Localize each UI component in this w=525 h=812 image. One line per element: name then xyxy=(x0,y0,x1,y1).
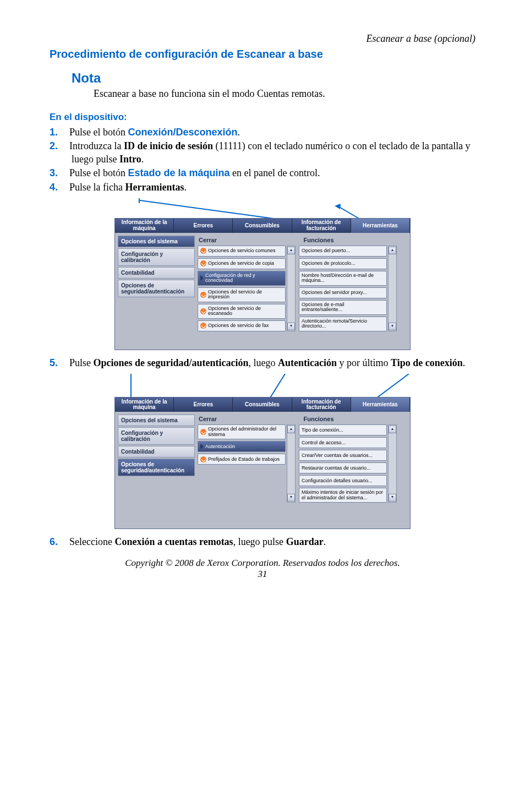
step-2: 2.Introduzca la ID de inicio de sesión (… xyxy=(50,140,475,166)
list-item-host-email[interactable]: Nombre host/Dirección e-mail de máquina.… xyxy=(299,271,387,286)
section-title: Procedimiento de configuración de Escane… xyxy=(50,48,475,61)
wrench-icon xyxy=(200,308,206,314)
litem-label: Opciones del servicio de impresión xyxy=(208,290,283,300)
litem-label: Prefijados de Estado de trabajos xyxy=(208,457,280,462)
tab-consumables[interactable]: Consumibles xyxy=(233,397,292,412)
wrench-icon xyxy=(200,456,206,462)
list-item-email-options[interactable]: Opciones de e-mail entrante/saliente... xyxy=(299,300,387,315)
list-item-admin-options[interactable]: Opciones del administrador del sistema xyxy=(198,424,286,439)
button-name: Conexión/Desconexión xyxy=(128,127,238,138)
tab-consumables[interactable]: Consumibles xyxy=(233,219,292,233)
litem-label: Configuración de red y conectividad xyxy=(205,273,283,284)
tab-tools[interactable]: Herramientas xyxy=(351,219,410,233)
option-name: Tipo de conexión xyxy=(391,357,463,368)
step-text: . xyxy=(141,154,144,165)
tab-machine-info[interactable]: Información de la máquina xyxy=(115,219,174,233)
list-item-create-view-accounts[interactable]: Crear/Ver cuentas de usuarios... xyxy=(299,450,387,461)
step-number: 6. xyxy=(50,536,69,548)
scroll-up-icon[interactable]: ▴ xyxy=(389,247,396,254)
field-name: ID de inicio de sesión xyxy=(124,140,213,151)
scroll-up-icon[interactable]: ▴ xyxy=(287,247,295,254)
list-item-print-service[interactable]: Opciones del servicio de impresión xyxy=(198,287,286,302)
scroll-down-icon[interactable]: ▾ xyxy=(287,323,295,330)
step-text: Seleccione xyxy=(69,536,114,547)
steps-list-cont2: 6.Seleccione Conexión a cuentas remotas,… xyxy=(50,536,475,548)
list-item-authentication[interactable]: Autenticación xyxy=(198,441,286,452)
wrench-icon xyxy=(200,248,206,254)
list-item-copy-service[interactable]: Opciones de servicio de copia xyxy=(198,258,286,269)
tab-errors[interactable]: Errores xyxy=(174,397,233,412)
tab-billing[interactable]: Información de facturación xyxy=(292,397,351,412)
sidebar-item-system-options[interactable]: Opciones del sistema xyxy=(118,415,195,426)
litem-label: Opciones de servicio de fax xyxy=(208,323,269,328)
scrollbar-right[interactable]: ▴ ▾ xyxy=(388,424,397,503)
funciones-list: Tipo de conexión... Control de acceso...… xyxy=(299,424,387,503)
sidebar-item-system-options[interactable]: Opciones del sistema xyxy=(118,236,195,247)
list-item-proxy-options[interactable]: Opciones del servidor proxy... xyxy=(299,287,387,298)
step-text: Pulse xyxy=(69,357,94,368)
steps-list: 1.Pulse el botón Conexión/Desconexión. 2… xyxy=(50,126,475,194)
sidebar-item-accounting[interactable]: Contabilidad xyxy=(118,446,195,457)
step-4: 4.Pulse la ficha Herramientas. xyxy=(50,181,475,194)
play-icon xyxy=(200,275,204,281)
scrollbar-left[interactable]: ▴ ▾ xyxy=(287,246,296,331)
litem-label: Máximo intentos de iniciar sesión por el… xyxy=(302,490,384,500)
funciones-list: Opciones del puerto... Opciones de proto… xyxy=(299,246,387,331)
scrollbar-right[interactable]: ▴ ▾ xyxy=(388,246,397,331)
step-text: en el panel de control. xyxy=(230,167,320,178)
list-item-max-login-attempts[interactable]: Máximo intentos de iniciar sesión por el… xyxy=(299,488,387,503)
scroll-down-icon[interactable]: ▾ xyxy=(389,494,396,502)
step-5: 5.Pulse Opciones de seguridad/autenticac… xyxy=(50,357,475,369)
tab-row: Información de la máquina Errores Consum… xyxy=(115,397,410,412)
step-text: . xyxy=(324,536,326,547)
sidebar-item-config-calibration[interactable]: Configuración y calibración xyxy=(118,427,195,445)
scrollbar-left[interactable]: ▴ ▾ xyxy=(287,424,296,503)
list-item-access-control[interactable]: Control de acceso... xyxy=(299,437,387,448)
litem-label: Opciones de servicio de escaneado xyxy=(208,306,283,317)
sidebar-item-accounting[interactable]: Contabilidad xyxy=(118,267,195,279)
list-item-common-service[interactable]: Opciones de servicio comunes xyxy=(198,246,286,257)
cerrar-list: Opciones del administrador del sistema A… xyxy=(198,424,286,503)
steps-list-cont: 5.Pulse Opciones de seguridad/autenticac… xyxy=(50,357,475,369)
scroll-up-icon[interactable]: ▴ xyxy=(287,426,295,433)
option-name: Opciones de seguridad/autenticación xyxy=(94,357,249,368)
scroll-down-icon[interactable]: ▾ xyxy=(389,323,396,330)
list-item-remote-auth[interactable]: Autenticación remota/Servicio directorio… xyxy=(299,317,387,331)
step-text: Pulse la ficha xyxy=(69,182,125,193)
litem-label: Opciones del administrador del sistema xyxy=(208,427,283,437)
column-cerrar: Cerrar xyxy=(198,415,303,424)
tab-billing[interactable]: Información de facturación xyxy=(292,219,351,233)
note-title: Nota xyxy=(72,70,475,86)
copyright: Copyright © 2008 de Xerox Corporation. R… xyxy=(50,558,475,569)
sidebar-item-security-auth[interactable]: Opciones de seguridad/autenticación xyxy=(118,459,195,476)
scroll-down-icon[interactable]: ▾ xyxy=(287,494,295,502)
list-item-restore-accounts[interactable]: Restaurar cuentas de usuario... xyxy=(299,462,387,473)
list-item-network-config[interactable]: Configuración de red y conectividad xyxy=(198,271,286,286)
tab-tools[interactable]: Herramientas xyxy=(351,397,410,412)
litem-label: Opciones del servidor proxy... xyxy=(302,290,367,295)
litem-label: Opciones de servicio comunes xyxy=(208,248,276,253)
list-item-protocol-options[interactable]: Opciones de protocolo... xyxy=(299,258,387,269)
tab-machine-info[interactable]: Información de la máquina xyxy=(115,397,174,412)
sidebar-item-config-calibration[interactable]: Configuración y calibración xyxy=(118,248,195,266)
list-item-port-options[interactable]: Opciones del puerto... xyxy=(299,246,387,257)
litem-label: Tipo de conexión... xyxy=(302,428,343,433)
scroll-up-icon[interactable]: ▴ xyxy=(389,426,396,433)
list-item-fax-service[interactable]: Opciones de servicio de fax xyxy=(198,320,286,331)
option-name: Autenticación xyxy=(278,357,337,368)
side-nav: Opciones del sistema Configuración y cal… xyxy=(118,236,195,347)
litem-label: Configuración detalles usuario... xyxy=(302,478,373,483)
list-item-job-status-defaults[interactable]: Prefijados de Estado de trabajos xyxy=(198,454,286,465)
page-number: 31 xyxy=(50,569,475,580)
column-funciones: Funciones xyxy=(303,415,408,424)
litem-label: Autenticación xyxy=(205,444,235,449)
list-item-connection-type[interactable]: Tipo de conexión... xyxy=(299,424,387,435)
step-text: . xyxy=(238,127,240,138)
wrench-icon xyxy=(200,323,206,329)
list-item-scan-service[interactable]: Opciones de servicio de escaneado xyxy=(198,304,286,319)
sidebar-item-security-auth[interactable]: Opciones de seguridad/autenticación xyxy=(118,280,195,297)
tab-errors[interactable]: Errores xyxy=(174,219,233,233)
list-item-user-details-config[interactable]: Configuración detalles usuario... xyxy=(299,475,387,486)
step-3: 3.Pulse el botón Estado de la máquina en… xyxy=(50,167,475,179)
play-icon xyxy=(200,444,204,449)
